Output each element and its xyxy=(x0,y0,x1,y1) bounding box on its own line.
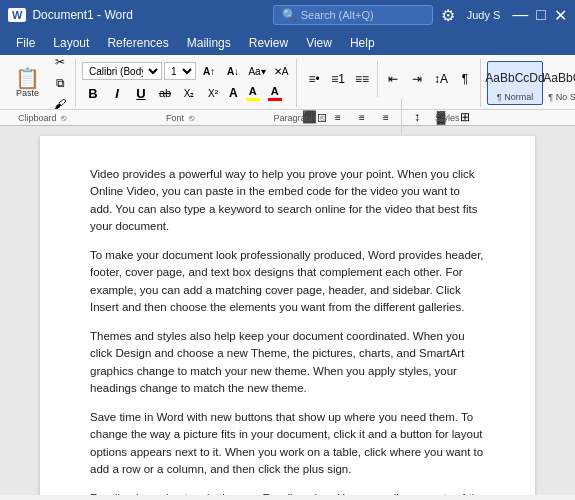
paste-label: Paste xyxy=(16,88,39,98)
menu-references[interactable]: References xyxy=(99,33,176,53)
multilevel-button[interactable]: ≡≡ xyxy=(351,69,373,89)
word-icon: W xyxy=(8,8,26,22)
document-page: Video provides a powerful way to help yo… xyxy=(40,136,535,495)
justify-button[interactable]: ≡ xyxy=(375,107,397,127)
copy-button[interactable]: ⧉ xyxy=(49,73,71,93)
styles-group: AaBbCcDd ¶ Normal AaBbCcDd ¶ No Spac... … xyxy=(483,59,575,107)
increase-indent-button[interactable]: ⇥ xyxy=(406,69,428,89)
menu-file[interactable]: File xyxy=(8,33,43,53)
paste-button[interactable]: 📋 Paste xyxy=(8,62,47,104)
bold-button[interactable]: B xyxy=(82,83,104,103)
style-normal[interactable]: AaBbCcDd ¶ Normal xyxy=(487,61,543,105)
highlight-color-button[interactable]: A xyxy=(243,83,263,103)
clear-format-button[interactable]: ✕A xyxy=(270,61,292,81)
numbering-button[interactable]: ≡1 xyxy=(327,69,349,89)
menu-help[interactable]: Help xyxy=(342,33,383,53)
menu-review[interactable]: Review xyxy=(241,33,296,53)
clipboard-expander[interactable]: ⎋ xyxy=(61,113,66,123)
title-bar: W Document1 - Word 🔍 ⚙ Judy S — □ ✕ xyxy=(0,0,575,30)
format-painter-button[interactable]: 🖌 xyxy=(49,94,71,114)
styles-label: Styles xyxy=(435,113,460,123)
paragraph-4: Save time in Word with new buttons that … xyxy=(90,409,485,478)
grow-font-button[interactable]: A↑ xyxy=(198,61,220,81)
font-name-row: Calibri (Body) 11 A↑ A↓ Aa▾ ✕A xyxy=(82,61,292,81)
italic-button[interactable]: I xyxy=(106,83,128,103)
menu-view[interactable]: View xyxy=(298,33,340,53)
font-expander[interactable]: ⎋ xyxy=(189,113,194,123)
style-nospace-label: ¶ No Spac... xyxy=(548,92,575,102)
style-nospace-preview: AaBbCcDd xyxy=(548,64,575,92)
subscript-button[interactable]: X₂ xyxy=(178,83,200,103)
paragraph-2: To make your document look professionall… xyxy=(90,247,485,316)
menu-bar: File Layout References Mailings Review V… xyxy=(0,30,575,55)
superscript-button[interactable]: X² xyxy=(202,83,224,103)
shrink-font-button[interactable]: A↓ xyxy=(222,61,244,81)
align-right-button[interactable]: ≡ xyxy=(351,107,373,127)
paragraph-1: Video provides a powerful way to help yo… xyxy=(90,166,485,235)
style-no-spacing[interactable]: AaBbCcDd ¶ No Spac... xyxy=(545,61,575,105)
search-icon: 🔍 xyxy=(282,8,297,22)
text-effect-button[interactable]: A xyxy=(226,84,241,102)
cut-button[interactable]: ✂ xyxy=(49,52,71,72)
style-normal-label: ¶ Normal xyxy=(497,92,533,102)
font-color-icon: A xyxy=(271,85,279,97)
font-group: Calibri (Body) 11 A↑ A↓ Aa▾ ✕A B I U ab … xyxy=(78,59,297,107)
search-input[interactable] xyxy=(301,9,421,21)
font-size-select[interactable]: 11 xyxy=(164,62,196,80)
title-bar-left: W Document1 - Word xyxy=(8,8,273,22)
font-format-button[interactable]: Aa▾ xyxy=(246,61,268,81)
ribbon-bottom-labels: Clipboard ⎋ Font ⎋ Paragraph ⎋ Styles xyxy=(0,110,575,126)
paragraph-3: Themes and styles also help keep your do… xyxy=(90,328,485,397)
paragraph-5: Reading is easier, too, in the new Readi… xyxy=(90,490,485,495)
font-label: Font ⎋ xyxy=(166,113,194,123)
paragraph-group: ≡• ≡1 ≡≡ ⇤ ⇥ ↕A ¶ ⬛◻ ≡ ≡ ≡ ↕ ▓ ⊞ xyxy=(299,59,481,107)
title-bar-right: ⚙ Judy S — □ ✕ xyxy=(433,6,567,25)
sort-button[interactable]: ↕A xyxy=(430,69,452,89)
style-normal-preview: AaBbCcDd xyxy=(490,64,540,92)
clipboard-secondary: ✂ ⧉ 🖌 xyxy=(49,52,71,114)
paragraph-label: Paragraph ⎋ xyxy=(274,113,326,123)
align-center-button[interactable]: ≡ xyxy=(327,107,349,127)
document-area[interactable]: Video provides a powerful way to help yo… xyxy=(0,126,575,495)
menu-mailings[interactable]: Mailings xyxy=(179,33,239,53)
underline-button[interactable]: U xyxy=(130,83,152,103)
paste-icon: 📋 xyxy=(15,68,40,88)
font-style-row: B I U ab X₂ X² A A A xyxy=(82,83,285,103)
font-color-button[interactable]: A xyxy=(265,83,285,103)
paragraph-expander[interactable]: ⎋ xyxy=(320,113,325,123)
clipboard-group: 📋 Paste ✂ ⧉ 🖌 xyxy=(4,59,76,107)
ribbon: 📋 Paste ✂ ⧉ 🖌 Calibri (Body) 11 A↑ A↓ Aa… xyxy=(0,55,575,110)
clipboard-label: Clipboard ⎋ xyxy=(18,113,66,123)
user-name: Judy S xyxy=(467,9,501,21)
search-bar[interactable]: 🔍 xyxy=(273,5,433,25)
show-marks-button[interactable]: ¶ xyxy=(454,69,476,89)
menu-layout[interactable]: Layout xyxy=(45,33,97,53)
font-name-select[interactable]: Calibri (Body) xyxy=(82,62,162,80)
decrease-indent-button[interactable]: ⇤ xyxy=(382,69,404,89)
bullets-button[interactable]: ≡• xyxy=(303,69,325,89)
line-spacing-button[interactable]: ↕ xyxy=(406,107,428,127)
doc-title: Document1 - Word xyxy=(32,8,132,22)
highlight-icon: A xyxy=(249,85,257,97)
strikethrough-button[interactable]: ab xyxy=(154,83,176,103)
